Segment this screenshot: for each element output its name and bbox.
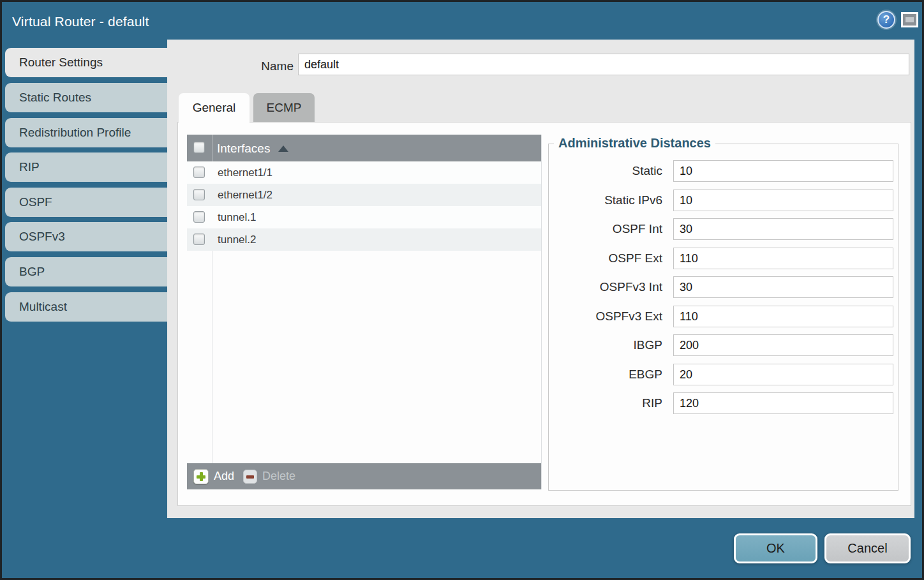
interface-name: ethernet1/2 [218,184,272,206]
static-ipv6-input[interactable] [673,190,893,211]
help-icon-glyph: ? [883,13,890,26]
interfaces-table: Interfaces ethernet1/1 ethernet1/2 tunne… [187,135,542,489]
virtual-router-dialog: Virtual Router - default ? Router Settin… [0,0,924,580]
delete-minus-icon [243,470,257,484]
sidebar-item-redistribution-profile[interactable]: Redistribution Profile [5,118,167,147]
ibgp-label: IBGP [548,334,662,356]
ebgp-label: EBGP [548,364,662,385]
sidebar-item-bgp[interactable]: BGP [5,257,167,286]
administrative-distances-fieldset: Administrative Distances Static Static I… [548,144,898,491]
cancel-button[interactable]: Cancel [824,533,911,563]
table-row-ethernet1-2[interactable]: ethernet1/2 [187,184,541,206]
row-checkbox[interactable] [193,189,205,200]
add-button[interactable]: Add [193,468,234,485]
sidebar-item-ospfv3[interactable]: OSPFv3 [5,222,167,251]
name-input[interactable] [298,54,909,75]
interface-name: tunnel.1 [218,206,257,228]
row-checkbox[interactable] [193,211,205,223]
sidebar-item-ospf[interactable]: OSPF [5,188,167,217]
delete-button-label: Delete [262,470,295,483]
table-row-ethernet1-1[interactable]: ethernet1/1 [187,161,541,184]
dialog-title: Virtual Router - default [12,2,149,40]
row-checkbox[interactable] [193,167,205,178]
tab-ecmp[interactable]: ECMP [253,93,315,123]
static-ipv6-label: Static IPv6 [548,190,662,211]
interfaces-table-header[interactable]: Interfaces [187,135,541,161]
column-separator [212,135,212,161]
sort-ascending-icon[interactable] [278,145,288,152]
sidebar-item-static-routes[interactable]: Static Routes [5,83,167,112]
window-state-icon[interactable] [901,12,918,27]
dialog-titlebar: Virtual Router - default ? [2,2,922,40]
add-plus-icon [193,469,209,484]
interface-name: tunnel.2 [218,228,257,251]
row-checkbox[interactable] [193,234,205,245]
ospf-int-label: OSPF Int [548,218,662,240]
static-label: Static [548,160,662,182]
ospfv3-ext-input[interactable] [673,306,893,327]
interfaces-column-header: Interfaces [217,135,270,162]
sidebar-item-rip[interactable]: RIP [5,152,167,182]
static-input[interactable] [673,160,893,182]
ok-button[interactable]: OK [734,533,817,563]
interfaces-toolbar: Add Delete [187,463,541,489]
ospf-ext-label: OSPF Ext [548,248,662,269]
rip-input[interactable] [673,392,893,414]
rip-label: RIP [548,392,662,414]
ibgp-input[interactable] [673,334,893,356]
sidebar-item-multicast[interactable]: Multicast [5,292,167,322]
ospfv3-int-label: OSPFv3 Int [548,276,662,298]
delete-button[interactable]: Delete [243,468,295,484]
tab-general[interactable]: General [179,93,250,123]
select-all-checkbox[interactable] [193,142,205,153]
administrative-distances-legend: Administrative Distances [554,136,715,151]
name-label: Name [219,56,294,77]
sidebar-item-router-settings[interactable]: Router Settings [5,48,167,77]
add-button-label: Add [214,470,234,483]
window-state-icon-inner [905,17,914,22]
ospfv3-int-input[interactable] [673,276,893,298]
interface-name: ethernet1/1 [218,161,272,184]
table-row-tunnel-2[interactable]: tunnel.2 [187,228,541,251]
ospf-ext-input[interactable] [673,248,893,269]
ospfv3-ext-label: OSPFv3 Ext [548,306,662,327]
table-row-tunnel-1[interactable]: tunnel.1 [187,206,541,228]
help-icon[interactable]: ? [877,11,895,29]
general-tab-panel: Interfaces ethernet1/1 ethernet1/2 tunne… [177,122,911,506]
ospf-int-input[interactable] [673,218,893,240]
ebgp-input[interactable] [673,364,893,385]
